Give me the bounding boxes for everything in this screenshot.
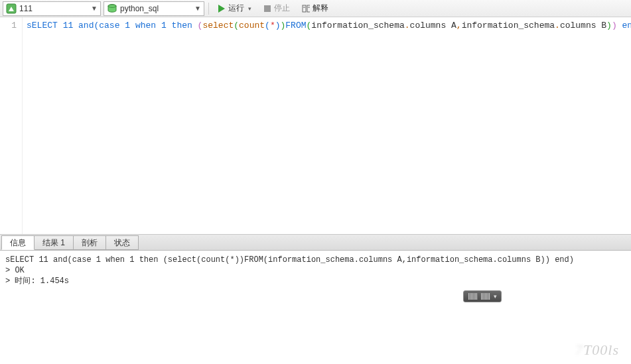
output-panel[interactable]: sELECT 11 and(case 1 when 1 then (select… bbox=[0, 251, 631, 363]
run-button[interactable]: 运行 ▾ bbox=[213, 1, 256, 16]
code-content[interactable]: sELECT 11 and(case 1 when 1 then (select… bbox=[23, 17, 631, 234]
keyboard-icon bbox=[481, 293, 490, 300]
tab-status[interactable]: 状态 bbox=[105, 235, 139, 250]
line-gutter: 1 bbox=[0, 17, 23, 234]
stop-label: 停止 bbox=[274, 3, 290, 14]
connection-value: 111 bbox=[19, 4, 90, 13]
chevron-down-icon: ▼ bbox=[193, 5, 202, 12]
database-value: python_sql bbox=[120, 4, 193, 13]
output-query: sELECT 11 and(case 1 when 1 then (select… bbox=[5, 255, 574, 265]
connection-selector[interactable]: 111 ▼ bbox=[3, 1, 101, 16]
stop-icon bbox=[263, 5, 271, 13]
explain-icon bbox=[302, 5, 310, 13]
output-time: > 时间: 1.454s bbox=[5, 276, 69, 286]
tab-result[interactable]: 结果 1 bbox=[34, 235, 74, 250]
keyboard-icon bbox=[468, 293, 478, 300]
explain-label: 解释 bbox=[313, 3, 328, 14]
toolbar: 111 ▼ python_sql ▼ 运行 ▾ 停止 解释 bbox=[0, 0, 631, 17]
sql-editor[interactable]: 1 sELECT 11 and(case 1 when 1 then (sele… bbox=[0, 17, 631, 235]
chevron-down-icon: ▼ bbox=[90, 5, 99, 12]
explain-button[interactable]: 解释 bbox=[297, 1, 333, 16]
connection-icon bbox=[6, 3, 17, 14]
output-status: > OK bbox=[5, 266, 25, 275]
toolbar-separator bbox=[208, 3, 209, 15]
chevron-down-icon: ▾ bbox=[248, 5, 251, 12]
database-selector[interactable]: python_sql ▼ bbox=[104, 1, 204, 16]
tab-info[interactable]: 信息 bbox=[1, 235, 35, 250]
ime-toolbar[interactable]: ▾ bbox=[463, 290, 502, 302]
svg-rect-4 bbox=[307, 5, 310, 12]
stop-button[interactable]: 停止 bbox=[259, 1, 295, 16]
chevron-down-icon: ▾ bbox=[494, 293, 497, 300]
svg-rect-3 bbox=[303, 5, 306, 12]
play-icon bbox=[218, 5, 226, 13]
result-tabs: 信息 结果 1 剖析 状态 bbox=[0, 235, 631, 251]
line-number: 1 bbox=[0, 20, 17, 32]
database-icon bbox=[107, 3, 117, 14]
tab-profile[interactable]: 剖析 bbox=[73, 235, 106, 250]
run-label: 运行 bbox=[228, 3, 244, 14]
